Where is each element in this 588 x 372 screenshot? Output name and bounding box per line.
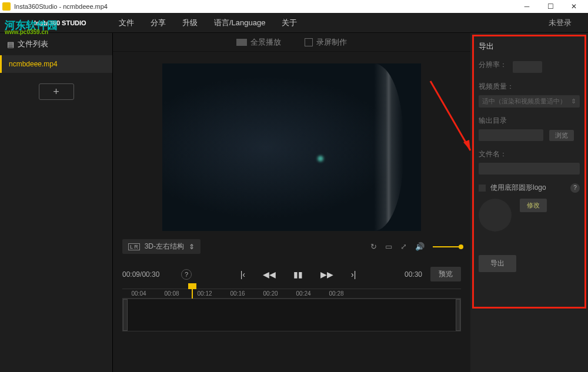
output-dir-field[interactable] (479, 129, 543, 141)
export-button[interactable]: 导出 (479, 255, 516, 272)
volume-icon[interactable]: 🔊 (415, 242, 425, 251)
logo-label: 使用底部圆形logo (490, 183, 546, 193)
file-list-header: ▤ 文件列表 (0, 33, 112, 55)
video-preview[interactable] (162, 63, 421, 231)
window-title: Insta360Studio - ncmbdeee.mp4 (14, 3, 108, 10)
timeline-tick: 00:24 (287, 290, 320, 297)
help-button[interactable]: ? (181, 269, 192, 280)
timeline[interactable]: 00:04 00:08 00:12 00:16 00:20 00:24 00:2… (113, 289, 470, 339)
timeline-tracks[interactable] (122, 299, 461, 331)
timeline-tick: 00:12 (188, 290, 221, 297)
timeline-tick: 00:16 (221, 290, 254, 297)
list-icon: ▤ (7, 40, 14, 49)
resolution-label: 分辨率： (479, 60, 507, 70)
logo-checkbox[interactable] (479, 185, 486, 192)
file-list-item[interactable]: ncmbdeee.mp4 (0, 55, 112, 73)
top-tabs: 全景播放 录屏制作 (113, 33, 470, 52)
chevron-updown-icon: ⇕ (571, 98, 576, 105)
modify-logo-button[interactable]: 修改 (520, 199, 547, 212)
duration-display: 00:30 (405, 270, 422, 279)
filename-label: 文件名： (479, 149, 580, 159)
timeline-ruler[interactable]: 00:04 00:08 00:12 00:16 00:20 00:24 00:2… (122, 289, 461, 299)
chevron-updown-icon: ⇕ (189, 243, 195, 251)
tab-screen-record[interactable]: 录屏制作 (305, 37, 347, 48)
sidebar: ▤ 文件列表 ncmbdeee.mp4 + (0, 33, 113, 372)
goto-start-button[interactable]: |‹ (238, 270, 248, 279)
browse-button[interactable]: 浏览 (549, 130, 574, 141)
minimize-button[interactable]: ─ (515, 0, 539, 13)
record-icon (305, 38, 313, 46)
maximize-button[interactable]: ☐ (539, 0, 562, 13)
app-icon (2, 2, 11, 11)
logo-preview-circle (479, 199, 512, 232)
output-dir-label: 输出目录 (479, 116, 580, 126)
volume-slider[interactable] (433, 246, 461, 247)
time-display: 00:09/00:30 (122, 270, 173, 279)
login-status[interactable]: 未登录 (549, 18, 583, 28)
pause-button[interactable]: ▮▮ (291, 270, 305, 279)
timeline-tick: 00:20 (254, 290, 287, 297)
logo-help-button[interactable]: ? (570, 183, 580, 193)
clip-handle-right[interactable] (456, 299, 460, 331)
close-button[interactable]: ✕ (562, 0, 586, 13)
filename-field[interactable] (479, 163, 580, 175)
quality-dropdown[interactable]: 适中（渲染和视频质量适中） ⇕ (479, 95, 580, 108)
tab-pano-play[interactable]: 全景播放 (236, 37, 281, 48)
pano-icon (236, 39, 247, 46)
watermark: 河东软件园 www.pc0359.cn (5, 18, 58, 32)
timeline-tick: 00:04 (122, 290, 155, 297)
clip-handle-left[interactable] (123, 299, 128, 331)
export-title: 导出 (479, 41, 580, 52)
menu-upgrade[interactable]: 升级 (174, 18, 206, 28)
lr-icon: L R (128, 243, 140, 250)
next-frame-button[interactable]: ▶▶ (318, 270, 336, 279)
window-titlebar: Insta360Studio - ncmbdeee.mp4 ─ ☐ ✕ (0, 0, 588, 13)
export-panel: 导出 分辨率： 视频质量： 适中（渲染和视频质量适中） ⇕ 输出目录 浏览 文件… (470, 33, 588, 372)
preview-button[interactable]: 预览 (430, 267, 461, 281)
quality-label: 视频质量： (479, 82, 580, 92)
menu-file[interactable]: 文件 (111, 18, 142, 28)
fullscreen-icon[interactable]: ⤢ (400, 242, 407, 251)
menubar: 河东软件园 www.pc0359.cn Insta360 STUDIO 文件 分… (0, 13, 588, 33)
add-file-button[interactable]: + (39, 83, 74, 100)
view-mode-selector[interactable]: L R 3D-左右结构 ⇕ (122, 239, 201, 254)
loop-icon[interactable]: ↻ (370, 242, 377, 251)
timeline-tick: 00:28 (320, 290, 353, 297)
timeline-marker[interactable] (188, 283, 196, 289)
aspect-icon[interactable]: ▭ (385, 242, 392, 251)
transport-bar: 00:09/00:30 ? |‹ ◀◀ ▮▮ ▶▶ ›| 00:30 预览 (113, 257, 470, 289)
timeline-tick: 00:08 (155, 290, 188, 297)
prev-frame-button[interactable]: ◀◀ (260, 270, 278, 279)
menu-about[interactable]: 关于 (273, 18, 305, 28)
menu-language[interactable]: 语言/Language (206, 18, 273, 28)
resolution-field[interactable] (513, 61, 542, 73)
menu-share[interactable]: 分享 (142, 18, 174, 28)
goto-end-button[interactable]: ›| (349, 270, 358, 279)
